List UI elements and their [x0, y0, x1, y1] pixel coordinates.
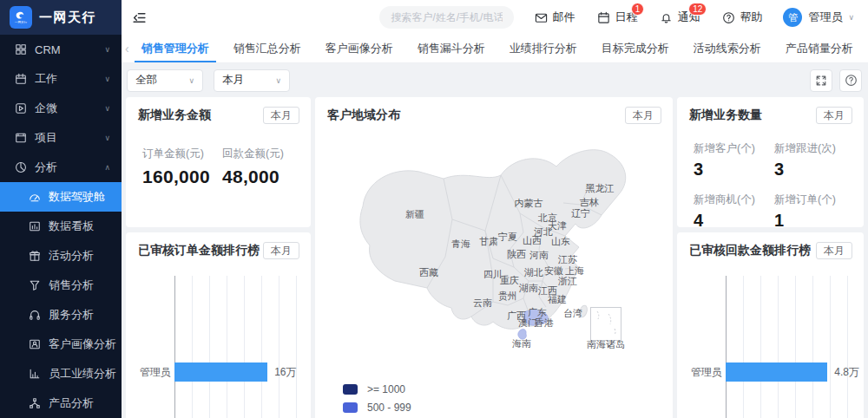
main-area: ‹ 销售管理分析销售汇总分析客户画像分析销售漏斗分析业绩排行分析目标完成分析活动…	[122, 35, 868, 418]
tab-8[interactable]: 产品销量分析	[773, 35, 865, 62]
sidebar-subitem-label: 数据驾驶舱	[49, 189, 105, 205]
sidebar-subitem-5[interactable]: 服务分析	[0, 300, 122, 330]
tab-6[interactable]: 目标完成分析	[589, 35, 681, 62]
sidebar-item-label: 企微	[35, 101, 57, 116]
search-input[interactable]	[379, 6, 514, 29]
activity-icon	[29, 250, 41, 262]
scope-select-value: 全部	[135, 73, 157, 88]
portrait-icon	[29, 338, 41, 350]
province-label: 浙江	[558, 276, 577, 286]
province-label: 青海	[451, 238, 470, 249]
sidebar-subitem-3[interactable]: 活动分析	[0, 241, 122, 271]
user-name: 管理员	[808, 10, 842, 25]
stat-value: 3	[774, 160, 855, 180]
tab-1[interactable]: 销售管理分析	[129, 35, 221, 62]
period-select-value: 本月	[222, 73, 244, 88]
sidebar-item-2[interactable]: 工作∨	[0, 64, 122, 94]
bar-row: 管理员4.8万	[677, 362, 850, 382]
topbar-item-4[interactable]: 帮助	[722, 10, 762, 25]
province-label: 江苏	[557, 254, 577, 265]
sidebar-subitem-6[interactable]: 客户画像分析	[0, 330, 122, 359]
stat-value: 160,000	[142, 167, 222, 187]
province-label: 海南	[512, 338, 531, 349]
china-map[interactable]: 黑龙江吉林辽宁内蒙古北京天津河北新疆宁夏甘肃青海山西山东陕西河南江苏西藏四川重庆…	[315, 120, 673, 406]
fullscreen-button[interactable]	[810, 69, 832, 92]
sidebar-item-3[interactable]: 企微∨	[0, 94, 122, 123]
period-badge: 本月	[263, 107, 299, 124]
dashboard-icon	[29, 191, 41, 203]
sidebar-subitem-label: 员工业绩分析	[49, 366, 116, 382]
province-label: 河南	[529, 250, 549, 260]
topbar-item-1[interactable]: 邮件	[535, 10, 575, 25]
notification-badge: 12	[688, 3, 707, 16]
sidebar-subitem-label: 服务分析	[49, 307, 94, 323]
stat: 新增跟进(次)3	[774, 141, 855, 180]
stat-label: 新增跟进(次)	[774, 141, 855, 156]
sidebar-subitem-4[interactable]: 销售分析	[0, 271, 122, 300]
topbar-menu: 邮件日程1通知12帮助	[535, 10, 762, 25]
performance-icon	[29, 368, 41, 380]
province-label: 香港	[535, 317, 554, 328]
tab-4[interactable]: 销售漏斗分析	[405, 35, 497, 62]
card-title: 已审核回款金额排行榜	[689, 243, 811, 258]
sidebar-item-label: 分析	[35, 160, 57, 175]
sidebar-subitem-1[interactable]: 数据驾驶舱	[0, 182, 122, 212]
map-legend: >= 1000500 - 999100 - 499	[343, 380, 411, 418]
help-icon	[845, 74, 858, 87]
bar[interactable]	[726, 362, 827, 382]
fullscreen-icon	[815, 75, 827, 87]
tab-2[interactable]: 销售汇总分析	[221, 35, 313, 62]
tab-3[interactable]: 客户画像分析	[313, 35, 405, 62]
chevron-down-icon: ∨	[104, 45, 110, 54]
province-label: 西藏	[419, 267, 438, 278]
stat-label: 新增订单(个)	[774, 193, 855, 207]
sidebar-subitem-7[interactable]: 员工业绩分析	[0, 359, 122, 389]
grid-icon	[15, 43, 27, 56]
topbar-item-3[interactable]: 通知12	[660, 10, 700, 25]
topbar-item-label: 帮助	[740, 10, 762, 25]
work-icon	[15, 73, 27, 85]
chart-gridlines	[174, 276, 297, 418]
sidebar-subitem-8[interactable]: 产品分析	[0, 389, 122, 418]
sidebar-item-4[interactable]: 项目∨	[0, 123, 122, 153]
card-title: 新增业务数量	[689, 108, 762, 123]
filter-bar: 全部 ∨ 本月 ∨	[122, 63, 868, 97]
province-label: 陕西	[507, 249, 526, 259]
stat-label: 新增客户(个)	[694, 141, 774, 156]
bar-value-label: 16万	[274, 365, 296, 380]
brand-logo-icon: 一网天行	[10, 6, 32, 29]
topbar-item-2[interactable]: 日程1	[597, 10, 637, 25]
province-label: 湖北	[523, 267, 543, 278]
scope-select[interactable]: 全部 ∨	[127, 69, 203, 92]
brand: 一网天行 一网天行	[0, 0, 122, 35]
project-icon	[15, 132, 27, 144]
province-label: 内蒙古	[515, 198, 543, 208]
map-legend-item: >= 1000	[343, 380, 411, 398]
chevron-down-icon: ∨	[104, 134, 110, 142]
sidebar-item-1[interactable]: CRM∨	[0, 35, 122, 64]
help-button[interactable]	[839, 69, 862, 92]
sidebar-subitem-2[interactable]: 数据看板	[0, 212, 122, 241]
tab-7[interactable]: 活动线索分析	[681, 35, 773, 62]
bar-category-label: 管理员	[126, 365, 171, 380]
legend-swatch	[343, 402, 358, 413]
period-select[interactable]: 本月 ∨	[214, 69, 290, 92]
stat: 回款金额(元)48,000	[222, 147, 302, 187]
user-menu[interactable]: 管 管理员 ∨	[783, 8, 854, 27]
sidebar-item-label: 工作	[35, 71, 57, 87]
brand-name: 一网天行	[39, 10, 96, 26]
province-label: 云南	[473, 297, 492, 308]
collapse-sidebar-icon[interactable]	[132, 10, 147, 25]
tab-bar: ‹ 销售管理分析销售汇总分析客户画像分析销售漏斗分析业绩排行分析目标完成分析活动…	[122, 35, 868, 63]
bar[interactable]	[174, 362, 267, 382]
province-label: 福建	[548, 294, 567, 304]
bar-row: 管理员16万	[126, 362, 297, 382]
notification-badge: 1	[631, 3, 645, 16]
chevron-down-icon: ∨	[188, 76, 194, 85]
tab-5[interactable]: 业绩排行分析	[497, 35, 589, 62]
sidebar-item-5[interactable]: 分析∧	[0, 153, 122, 182]
province-label: 吉林	[579, 197, 599, 207]
avatar: 管	[783, 8, 802, 27]
chevron-down-icon: ∨	[104, 104, 110, 113]
mail-icon	[535, 11, 548, 24]
